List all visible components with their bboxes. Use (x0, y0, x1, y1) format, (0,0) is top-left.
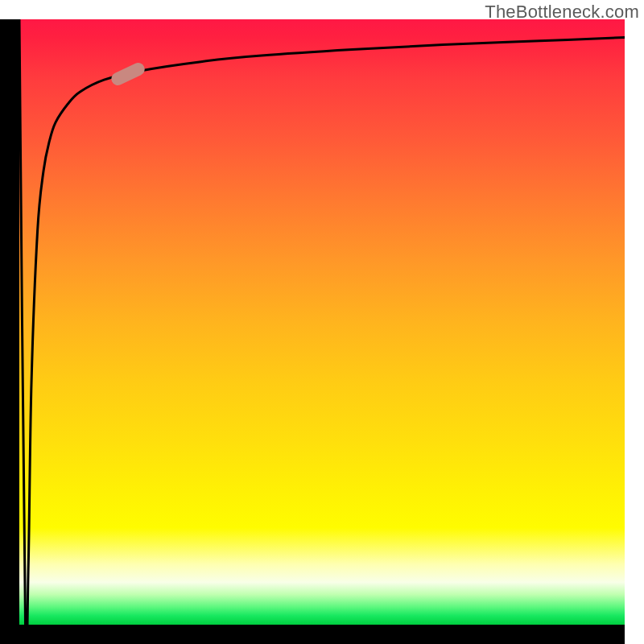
attribution-text: TheBottleneck.com (485, 2, 639, 23)
chart-container: TheBottleneck.com (0, 0, 644, 644)
bottleneck-curve (19, 19, 625, 625)
x-axis (19, 625, 625, 644)
axis-origin-corner (0, 625, 19, 644)
y-axis (0, 19, 19, 625)
plot-area (19, 19, 625, 625)
curve-svg (19, 19, 625, 625)
